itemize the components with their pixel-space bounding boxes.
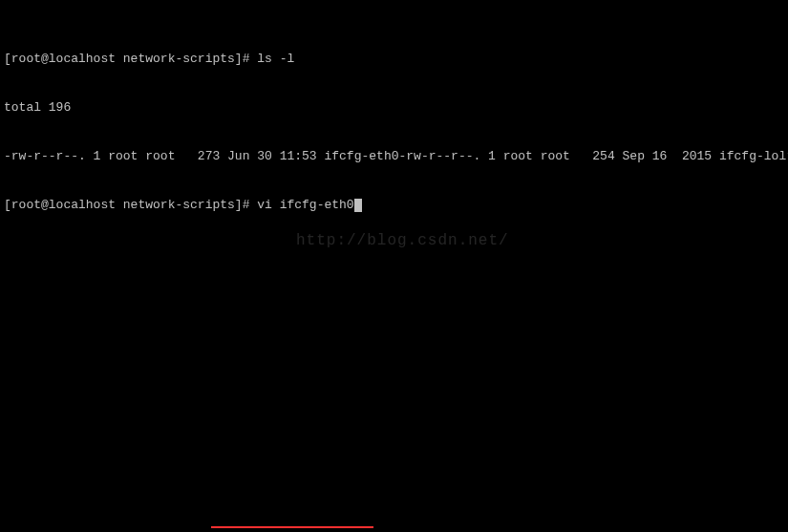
file-row: -rw-r--r--. 1 root root 254 Sep 16 2015 … (398, 149, 778, 163)
cursor-icon (354, 199, 362, 212)
file-listing: -rw-r--r--. 1 root root 273 Jun 30 11:53… (4, 148, 784, 164)
file-meta: lrwxrwxrwx. 1 root root 24 Jun 30 11:45 (778, 149, 788, 163)
file-meta: -rw-r--r--. 1 root root 254 Sep 16 2015 (398, 149, 718, 163)
prompt-line-2: [root@localhost network-scripts]# vi ifc… (4, 197, 784, 213)
file-row: lrwxrwxrwx. 1 root root 24 Jun 30 11:45 … (778, 149, 788, 163)
annotation-underline (211, 526, 373, 528)
prompt-line-1: [root@localhost network-scripts]# ls -l (4, 51, 784, 67)
terminal-window[interactable]: http://blog.csdn.net/ [root@localhost ne… (0, 0, 788, 247)
file-name: ifcfg-eth0 (324, 149, 398, 163)
file-meta: -rw-r--r--. 1 root root 273 Jun 30 11:53 (4, 149, 324, 163)
total-line: total 196 (4, 99, 784, 116)
file-row: -rw-r--r--. 1 root root 273 Jun 30 11:53… (4, 149, 398, 163)
watermark-text: http://blog.csdn.net/ (296, 233, 509, 249)
file-name: ifcfg-lo (719, 149, 778, 163)
